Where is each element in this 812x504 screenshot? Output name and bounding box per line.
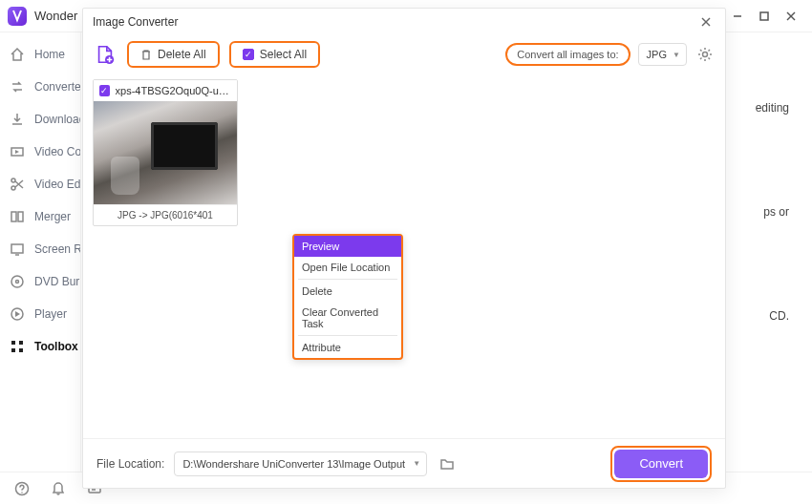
thumbnail-image [94, 101, 237, 204]
svg-point-22 [703, 52, 708, 57]
browse-folder-button[interactable] [437, 453, 458, 474]
format-value: JPG [647, 49, 667, 60]
ctx-preview[interactable]: Preview [294, 236, 401, 257]
svg-point-10 [11, 276, 23, 287]
output-format-select[interactable]: JPG [638, 43, 687, 66]
ctx-attribute[interactable]: Attribute [294, 337, 401, 358]
svg-rect-14 [19, 341, 23, 345]
convert-button-highlight: Convert [610, 446, 712, 482]
sidebar-item-home[interactable]: Home [0, 38, 80, 71]
select-all-label: Select All [260, 48, 307, 61]
ctx-clear-converted[interactable]: Clear Converted Task [294, 302, 401, 334]
sidebar-item-downloader[interactable]: Downloader [0, 103, 80, 136]
sidebar-item-label: DVD Burner [34, 275, 80, 288]
sidebar-item-dvd-burner[interactable]: DVD Burner [0, 265, 80, 298]
ctx-separator [298, 279, 397, 280]
svg-rect-13 [11, 341, 15, 345]
thumbnail-info: JPG -> JPG(6016*401 [94, 204, 237, 225]
svg-rect-8 [18, 212, 23, 221]
sidebar-item-toolbox[interactable]: Toolbox [0, 330, 80, 363]
sidebar: Home Converter Downloader Video Compress… [0, 32, 81, 472]
context-menu: Preview Open File Location Delete Clear … [292, 234, 403, 360]
converter-icon [10, 79, 25, 94]
bg-text: ps or [763, 205, 789, 219]
checkbox-icon [243, 49, 254, 60]
image-converter-modal: Image Converter Delete All Select All Co… [82, 8, 726, 489]
sidebar-item-converter[interactable]: Converter [0, 71, 80, 103]
sidebar-item-label: Screen Recorder [34, 242, 80, 256]
app-title: Wonder [34, 9, 77, 23]
sidebar-item-video-editor[interactable]: Video Editor [0, 168, 80, 200]
convert-button[interactable]: Convert [614, 450, 708, 478]
svg-rect-15 [11, 348, 15, 352]
sidebar-item-label: Video Editor [34, 178, 80, 191]
sidebar-item-label: Video Compressor [34, 145, 80, 158]
select-all-button[interactable]: Select All [229, 41, 320, 68]
ctx-delete[interactable]: Delete [294, 281, 401, 302]
sidebar-item-label: Merger [34, 210, 71, 223]
svg-point-5 [11, 178, 15, 182]
settings-button[interactable] [694, 44, 716, 65]
sidebar-item-label: Home [34, 48, 65, 61]
svg-point-6 [11, 186, 15, 190]
merger-icon [10, 209, 25, 224]
bg-text: CD. [769, 309, 789, 323]
svg-point-11 [16, 281, 19, 284]
image-thumbnail-card[interactable]: xps-4TBSG2Oqu0Q-unspl... JPG -> JPG(6016… [93, 79, 238, 226]
grid-icon [10, 339, 25, 354]
svg-rect-7 [11, 212, 16, 221]
convert-to-label: Convert all images to: [505, 43, 630, 66]
svg-rect-9 [11, 244, 23, 253]
maximize-button[interactable] [751, 3, 778, 30]
thumbnail-filename: xps-4TBSG2Oqu0Q-unspl... [116, 85, 231, 96]
modal-title: Image Converter [93, 15, 178, 29]
sidebar-item-screen-recorder[interactable]: Screen Recorder [0, 233, 80, 265]
sidebar-item-player[interactable]: Player [0, 298, 80, 330]
sidebar-item-label: Player [34, 307, 67, 321]
download-icon [10, 112, 25, 127]
sidebar-item-video-compressor[interactable]: Video Compressor [0, 136, 80, 168]
thumbnail-checkbox[interactable] [99, 85, 110, 96]
ctx-separator [298, 335, 397, 336]
disc-icon [10, 274, 25, 289]
modal-close-button[interactable] [696, 12, 716, 32]
app-logo-icon [8, 7, 27, 26]
minimize-button[interactable] [724, 3, 751, 30]
delete-all-label: Delete All [158, 48, 206, 61]
file-location-select[interactable]: D:\Wondershare UniConverter 13\Image Out… [174, 452, 427, 476]
help-icon[interactable] [13, 480, 31, 497]
sidebar-item-label: Toolbox [34, 340, 78, 353]
add-file-button[interactable] [93, 42, 118, 67]
bg-text: editing [756, 101, 789, 115]
compressor-icon [10, 144, 25, 159]
sidebar-item-label: Downloader [34, 113, 80, 126]
scissors-icon [10, 177, 25, 192]
file-location-label: File Location: [96, 457, 164, 471]
play-icon [10, 306, 25, 322]
svg-rect-1 [760, 12, 768, 20]
file-location-value: D:\Wondershare UniConverter 13\Image Out… [182, 458, 405, 470]
close-window-button[interactable] [778, 3, 804, 30]
sidebar-item-label: Converter [34, 80, 80, 94]
screen-icon [10, 242, 25, 257]
sidebar-item-merger[interactable]: Merger [0, 200, 80, 233]
ctx-open-location[interactable]: Open File Location [294, 257, 401, 278]
home-icon [10, 47, 25, 62]
svg-rect-16 [19, 348, 23, 352]
bell-icon[interactable] [50, 480, 67, 497]
delete-all-button[interactable]: Delete All [127, 41, 220, 68]
